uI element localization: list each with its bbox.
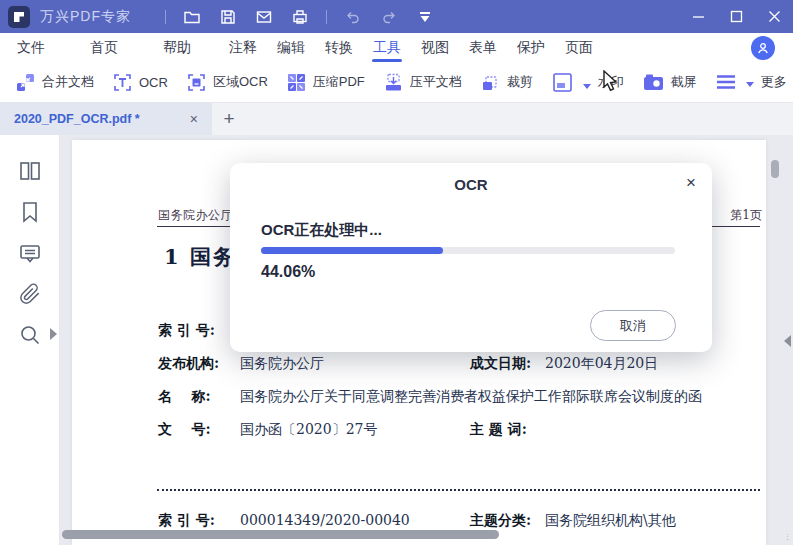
menu-home[interactable]: 首页 [88, 33, 120, 62]
region-ocr-button[interactable]: 区域OCR [187, 73, 268, 92]
watermark-dropdown-caret[interactable] [583, 84, 591, 89]
customize-toolbar-icon[interactable] [410, 4, 440, 30]
progress-bar-track [261, 247, 675, 254]
field-subject-label: 主 题 词: [470, 421, 527, 439]
compress-pdf-button[interactable]: 压缩PDF [287, 73, 365, 92]
menu-bar: 文件 首页 帮助 注释 编辑 转换 工具 视图 表单 保护 页面 [0, 33, 793, 62]
titlebar-separator [326, 10, 327, 24]
app-title: 万兴PDF专家 [40, 8, 131, 26]
progress-percent-text: 44.06% [261, 263, 315, 281]
region-ocr-icon [187, 73, 206, 92]
title-bar: 万兴PDF专家 [0, 0, 793, 33]
field-index2-value: 000014349/2020-00040 [240, 512, 410, 528]
menu-page[interactable]: 页面 [563, 33, 595, 62]
dotted-divider [157, 489, 760, 491]
flatten-document-button[interactable]: 压平文档 [384, 73, 462, 92]
field-docno-value: 国办函〔2020〕27号 [240, 421, 377, 439]
redo-icon[interactable] [374, 4, 404, 30]
field-index-label: 索 引 号: [158, 322, 215, 340]
cancel-button[interactable]: 取消 [590, 310, 676, 341]
field-issuer-label: 发布机构: [158, 355, 219, 373]
close-button[interactable] [755, 0, 793, 33]
menu-help[interactable]: 帮助 [161, 33, 193, 62]
document-tab-bar: 2020_PDF_OCR.pdf * × + [0, 103, 793, 135]
tab-2020-pdf-ocr[interactable]: 2020_PDF_OCR.pdf * × [0, 103, 212, 135]
screenshot-camera-icon [643, 73, 664, 92]
compress-pdf-icon [287, 73, 306, 92]
menu-file[interactable]: 文件 [15, 33, 47, 62]
ocr-button[interactable]: OCR [113, 73, 168, 92]
merge-documents-button[interactable]: 合并文档 [16, 73, 94, 92]
field-date-label: 成文日期: [470, 355, 531, 373]
mouse-cursor [601, 70, 621, 96]
undo-icon[interactable] [338, 4, 368, 30]
search-icon[interactable] [18, 323, 42, 347]
maximize-button[interactable] [717, 0, 755, 33]
watermark-icon [552, 72, 573, 93]
bookmarks-icon[interactable] [18, 200, 42, 224]
page-number-text: 第1页 [730, 207, 762, 224]
left-navigation-panel [0, 135, 60, 545]
tab-close-icon[interactable]: × [186, 111, 202, 127]
field-name-value: 国务院办公厅关于同意调整完善消费者权益保护工作部际联席会议制度的函 [240, 388, 702, 406]
vertical-scrollbar[interactable] [771, 160, 779, 178]
menu-view[interactable]: 视图 [419, 33, 451, 62]
ocr-progress-dialog: OCR × OCR正在处理中... 44.06% 取消 [230, 163, 712, 352]
new-tab-button[interactable]: + [212, 103, 246, 135]
progress-bar-fill [261, 247, 443, 254]
tools-toolbar: 合并文档 OCR 区域OCR 压缩PDF 压平文档 裁剪 水印 [0, 62, 793, 103]
app-logo-icon [8, 6, 30, 28]
print-icon[interactable] [285, 4, 315, 30]
screenshot-button[interactable]: 截屏 [643, 73, 697, 92]
merge-documents-icon [16, 73, 35, 92]
dialog-title: OCR [230, 176, 712, 193]
field-docno-label: 文 号: [158, 421, 211, 439]
horizontal-scrollbar[interactable] [62, 530, 499, 539]
ocr-status-text: OCR正在处理中... [261, 221, 382, 240]
comments-icon[interactable] [18, 241, 42, 265]
menu-convert[interactable]: 转换 [323, 33, 355, 62]
menu-form[interactable]: 表单 [467, 33, 499, 62]
menu-tools[interactable]: 工具 [371, 33, 403, 62]
crop-icon [481, 73, 500, 92]
attachments-icon[interactable] [18, 282, 42, 306]
field-category-label: 主题分类: [470, 512, 531, 530]
save-icon[interactable] [213, 4, 243, 30]
resize-grip: ⋮⋮ [784, 535, 792, 543]
flatten-document-icon [384, 73, 403, 92]
more-dropdown-caret[interactable] [746, 82, 754, 87]
field-date-value: 2020年04月20日 [545, 355, 658, 373]
expand-right-panel-icon[interactable] [784, 335, 791, 347]
menu-edit[interactable]: 编辑 [275, 33, 307, 62]
account-avatar[interactable] [751, 36, 775, 60]
field-issuer-value: 国务院办公厅 [240, 355, 324, 373]
ocr-icon [113, 73, 132, 92]
field-index2-label: 索 引 号: [158, 512, 215, 530]
more-tools-button[interactable]: 更多 › [716, 73, 793, 91]
titlebar-separator [165, 10, 166, 24]
minimize-button[interactable] [679, 0, 717, 33]
tab-title: 2020_PDF_OCR.pdf * [14, 112, 186, 126]
crop-button[interactable]: 裁剪 [481, 73, 533, 92]
menu-comment[interactable]: 注释 [227, 33, 259, 62]
field-category-value: 国务院组织机构\其他 [545, 512, 676, 530]
thumbnails-icon[interactable] [18, 159, 42, 183]
field-name-label: 名 称: [158, 388, 211, 406]
open-file-icon[interactable] [177, 4, 207, 30]
expand-left-panel-icon[interactable] [50, 328, 57, 340]
email-icon[interactable] [249, 4, 279, 30]
hamburger-menu-icon [716, 74, 736, 90]
dialog-close-icon[interactable]: × [686, 173, 696, 193]
menu-protect[interactable]: 保护 [515, 33, 547, 62]
